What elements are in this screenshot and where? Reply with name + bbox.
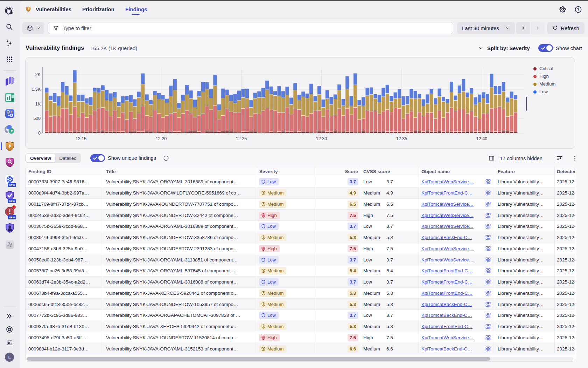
svg-text:2K: 2K — [35, 72, 41, 77]
svg-text:0: 0 — [38, 131, 41, 136]
svg-text:12:40: 12:40 — [476, 136, 487, 141]
svg-text:1K: 1K — [35, 102, 41, 107]
svg-text:12:25: 12:25 — [236, 136, 247, 141]
svg-text:?: ? — [577, 7, 580, 12]
svg-text:1.5K: 1.5K — [31, 87, 41, 92]
svg-text:12:15: 12:15 — [76, 136, 86, 141]
svg-text:500: 500 — [33, 116, 41, 121]
svg-text:12:30: 12:30 — [316, 136, 327, 141]
svg-text:12:20: 12:20 — [156, 136, 167, 141]
svg-text:12:35: 12:35 — [396, 136, 407, 141]
